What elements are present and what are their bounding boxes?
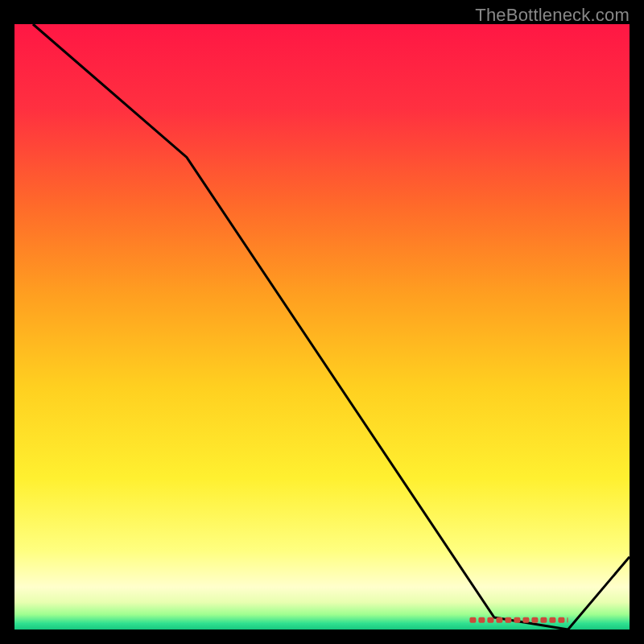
svg-rect-0 (469, 617, 476, 623)
svg-rect-10 (558, 617, 564, 623)
bottleneck-chart (0, 0, 644, 644)
chart-background (14, 24, 630, 630)
svg-rect-2 (487, 617, 493, 623)
optimum-marker (469, 617, 568, 623)
svg-rect-1 (478, 617, 485, 623)
svg-rect-11 (567, 617, 568, 623)
svg-rect-7 (531, 617, 538, 623)
svg-rect-5 (514, 617, 520, 623)
svg-rect-9 (549, 617, 555, 623)
svg-rect-8 (540, 617, 547, 623)
frame-bottom (0, 630, 644, 644)
watermark-text: TheBottleneck.com (475, 5, 630, 26)
svg-rect-6 (522, 617, 529, 623)
svg-rect-3 (496, 617, 502, 623)
svg-rect-4 (505, 617, 511, 623)
